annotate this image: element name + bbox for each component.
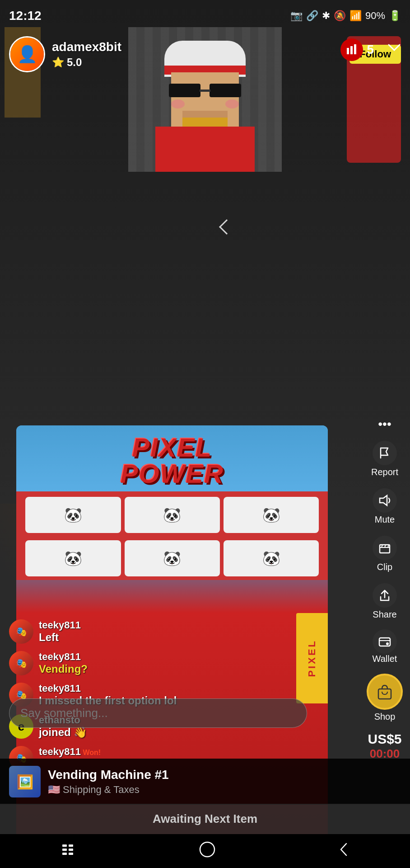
menu-nav-button[interactable] bbox=[60, 843, 78, 860]
shop-label: Shop bbox=[374, 712, 396, 722]
chat-avatar-teeky811-2: 🎭 bbox=[9, 651, 33, 675]
product-shipping: 🇺🇸 Shipping & Taxes bbox=[48, 784, 401, 796]
clip-label: Clip bbox=[377, 562, 392, 572]
mute-icon bbox=[373, 488, 397, 513]
live-counter: 5 bbox=[340, 38, 374, 61]
right-action-panel: ••• Report Mute Clip bbox=[364, 417, 405, 761]
svg-rect-16 bbox=[62, 853, 67, 855]
svg-marker-3 bbox=[380, 495, 387, 505]
slot-row-1: 🐼 🐼 🐼 bbox=[16, 491, 328, 538]
svg-rect-9 bbox=[379, 638, 390, 646]
svg-rect-2 bbox=[354, 44, 356, 54]
chat-username-3: teeky811 bbox=[39, 683, 81, 694]
menu-icon bbox=[60, 843, 78, 856]
avatar[interactable]: 👤 bbox=[9, 36, 45, 72]
product-thumbnail: 🖼️ bbox=[9, 766, 41, 797]
shopping-bag-icon bbox=[376, 683, 394, 701]
upload-icon bbox=[378, 589, 391, 602]
share-icon bbox=[373, 583, 397, 608]
svg-rect-0 bbox=[347, 48, 349, 54]
chat-text-1: Left bbox=[39, 631, 298, 644]
chat-content-2: teeky811 Vending? bbox=[39, 651, 298, 675]
slot-cell: 🐼 bbox=[125, 540, 220, 576]
say-something-bar[interactable] bbox=[9, 698, 307, 728]
battery-icon: 🔋 bbox=[389, 10, 401, 22]
clip-button[interactable]: Clip bbox=[370, 532, 400, 576]
svg-rect-17 bbox=[69, 853, 73, 855]
svg-rect-12 bbox=[62, 844, 67, 847]
bars-icon bbox=[345, 43, 358, 56]
price-amount: US$5 bbox=[368, 731, 401, 747]
slot-cell: 🐼 bbox=[25, 497, 121, 533]
back-icon bbox=[336, 841, 350, 858]
username: adamex8bit bbox=[52, 40, 344, 54]
slot-row-2: 🐼 🐼 🐼 bbox=[16, 538, 328, 580]
mute-label: Mute bbox=[375, 514, 395, 525]
pixel-text: PIXEL bbox=[23, 434, 321, 461]
bottom-nav bbox=[0, 834, 410, 868]
wallet-button[interactable]: Wallet bbox=[370, 627, 400, 666]
mute-button[interactable]: Mute bbox=[370, 485, 400, 528]
share-button[interactable]: Share bbox=[370, 580, 400, 623]
awaiting-text: Awaiting Next Item bbox=[153, 812, 257, 826]
battery-percentage: 90% bbox=[365, 10, 385, 22]
price-display: US$5 00:00 bbox=[368, 731, 401, 761]
slot-header: PIXEL POWER bbox=[16, 425, 328, 491]
chat-content-1: teeky811 Left bbox=[39, 619, 298, 644]
slot-cell: 🐼 bbox=[224, 497, 319, 533]
bluetooth-icon: ✱ bbox=[322, 10, 330, 22]
report-button[interactable]: Report bbox=[368, 437, 401, 481]
chat-content-5: teeky811 Won! bbox=[39, 746, 298, 758]
svg-point-18 bbox=[200, 842, 214, 857]
chat-username-1: teeky811 bbox=[39, 619, 81, 631]
chevron-down-button[interactable] bbox=[385, 38, 403, 61]
chat-username-2: teeky811 bbox=[39, 651, 81, 662]
status-icons: 📷 🔗 ✱ 🔕 📶 90% 🔋 bbox=[290, 10, 401, 22]
chat-text-4: joined 👋 bbox=[39, 726, 298, 739]
wallet-label: Wallet bbox=[373, 654, 397, 664]
status-bar: 12:12 📷 🔗 ✱ 🔕 📶 90% 🔋 bbox=[0, 0, 410, 27]
signal-icon: 📶 bbox=[349, 10, 362, 22]
viewer-count: 5 bbox=[367, 42, 374, 57]
svg-rect-1 bbox=[350, 46, 353, 54]
chevron-down-icon bbox=[385, 38, 403, 57]
user-rating: ⭐ 5.0 bbox=[52, 56, 344, 69]
clip-icon bbox=[373, 536, 397, 560]
mute-status-icon: 🔕 bbox=[334, 10, 346, 22]
shop-button[interactable]: Shop bbox=[364, 670, 405, 726]
user-info: adamex8bit ⭐ 5.0 bbox=[52, 40, 344, 69]
chat-message-2: 🎭 teeky811 Vending? bbox=[9, 651, 298, 675]
home-nav-button[interactable] bbox=[199, 841, 216, 862]
awaiting-bar: Awaiting Next Item bbox=[0, 804, 410, 834]
star-icon: ⭐ bbox=[52, 57, 64, 68]
wifi-icon: 🔗 bbox=[306, 10, 318, 22]
chat-text-2: Vending? bbox=[39, 663, 298, 675]
more-options-icon[interactable]: ••• bbox=[378, 417, 391, 431]
slot-cell: 🐼 bbox=[125, 497, 220, 533]
rating-value: 5.0 bbox=[67, 56, 82, 69]
share-label: Share bbox=[373, 609, 396, 620]
status-time: 12:12 bbox=[9, 9, 42, 23]
report-icon bbox=[373, 441, 397, 465]
chat-message-1: 🎭 teeky811 Left bbox=[9, 619, 298, 644]
back-nav-button[interactable] bbox=[336, 841, 350, 862]
shop-icon bbox=[367, 674, 403, 710]
slot-cell: 🐼 bbox=[224, 540, 319, 576]
side-text: PIXEL bbox=[306, 639, 318, 677]
chat-username-5: teeky811 bbox=[39, 746, 81, 757]
sound-icon bbox=[378, 494, 391, 507]
say-something-input[interactable] bbox=[20, 706, 296, 720]
live-icon bbox=[340, 38, 363, 61]
product-info: Vending Machine #1 🇺🇸 Shipping & Taxes bbox=[48, 768, 401, 796]
slot-cell: 🐼 bbox=[25, 540, 121, 576]
svg-rect-15 bbox=[69, 849, 73, 851]
camera-icon: 📷 bbox=[290, 10, 303, 22]
report-label: Report bbox=[371, 467, 398, 477]
product-bar: 🖼️ Vending Machine #1 🇺🇸 Shipping & Taxe… bbox=[0, 759, 410, 805]
chat-avatar-teeky811-1: 🎭 bbox=[9, 619, 33, 644]
wallet-icon-svg bbox=[378, 635, 391, 648]
svg-rect-14 bbox=[62, 849, 67, 851]
clapperboard-icon bbox=[378, 541, 391, 555]
flag-icon bbox=[378, 446, 391, 460]
won-badge: Won! bbox=[83, 749, 101, 756]
